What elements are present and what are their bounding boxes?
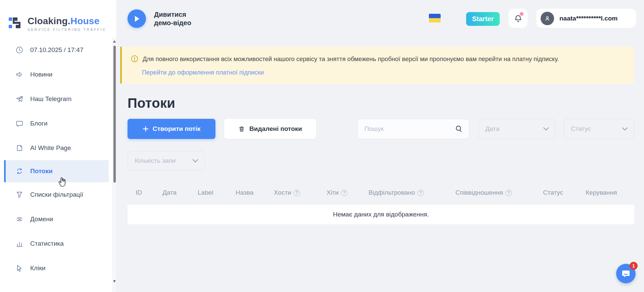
main-content: Дивитися демо-відео Starter naata*******… [116, 0, 644, 292]
telegram-icon [15, 95, 23, 103]
help-icon[interactable] [505, 190, 512, 196]
sidebar-item-blogs[interactable]: Блоги [0, 111, 116, 136]
chat-widget-button[interactable]: 1 [616, 264, 636, 283]
search-input[interactable] [358, 119, 469, 139]
brand-logo[interactable]: Cloaking.House SERVICE FILTERING TRAFFIC [0, 0, 116, 37]
cursor-icon [15, 264, 23, 272]
funnel-icon [15, 191, 23, 199]
topbar: Дивитися демо-відео Starter naata*******… [116, 0, 644, 38]
sidebar-item-label: Блоги [30, 120, 48, 127]
column-header-filtered: Відфільтровано [368, 189, 455, 196]
plus-icon [143, 126, 149, 132]
column-header-hits: Хіти [327, 189, 368, 196]
scroll-up-arrow[interactable] [113, 40, 116, 43]
column-header-date: Дата [162, 189, 198, 196]
chevron-down-icon [192, 159, 198, 163]
column-header-manage: Керування [586, 189, 634, 196]
sidebar-nav: 07.10.2025 / 17:47 Новини Наш Telegram Б… [0, 38, 116, 280]
sidebar-item-label: Статистика [30, 240, 64, 247]
app-window: Cloaking.House SERVICE FILTERING TRAFFIC… [0, 0, 644, 292]
date-filter-select[interactable]: Дата [478, 119, 555, 139]
play-icon [134, 15, 140, 22]
plan-badge[interactable]: Starter [466, 12, 500, 26]
help-icon[interactable] [341, 190, 347, 196]
person-icon [544, 15, 551, 22]
sidebar-item-label: Домени [30, 215, 53, 223]
sidebar-item-label: Кліки [30, 264, 45, 272]
sidebar-item-label: Потоки [30, 167, 53, 175]
sidebar-item-statistics[interactable]: Статистика [0, 231, 116, 256]
sidebar-scrollbar[interactable] [112, 38, 116, 292]
deleted-streams-button[interactable]: Видалені потоки [224, 119, 316, 139]
mouse-hand-cursor [57, 177, 67, 189]
create-stream-button[interactable]: Створити потік [128, 119, 215, 139]
help-icon[interactable] [417, 190, 424, 196]
clock-icon [15, 46, 23, 54]
column-header-ratio: Співвідношення [455, 189, 543, 196]
demo-video-label[interactable]: Дивитися демо-відео [154, 10, 191, 27]
brand-logo-icon [8, 15, 23, 32]
notification-dot [520, 12, 524, 16]
page-icon [15, 144, 23, 152]
bar-chart-icon [15, 240, 23, 248]
upgrade-subscription-link[interactable]: Перейти до оформлення платної підписки [142, 69, 264, 76]
table-empty-state: Немає даних для відображення. [128, 205, 634, 224]
column-header-name: Назва [236, 189, 274, 196]
megaphone-icon [15, 70, 23, 79]
sidebar-item-label: 07.10.2025 / 17:47 [30, 46, 83, 54]
help-icon[interactable] [294, 190, 300, 196]
sidebar-item-clicks[interactable]: Кліки [0, 256, 116, 280]
sidebar-item-datetime[interactable]: 07.10.2025 / 17:47 [0, 38, 116, 62]
search-icon[interactable] [455, 125, 463, 134]
status-filter-select[interactable]: Статус [564, 119, 634, 139]
banner-text: Для повного використання всіх можливосте… [143, 55, 559, 63]
streams-sync-icon [15, 167, 23, 175]
page-title: Потоки [128, 96, 644, 111]
domain-globe-icon [15, 215, 23, 223]
brand-tagline: SERVICE FILTERING TRAFFIC [28, 28, 106, 32]
sidebar-item-news[interactable]: Новини [0, 62, 116, 87]
column-header-status: Статус [543, 189, 586, 196]
streams-table-header: ID Дата Label Назва Хости Хіти Відфільтр… [128, 185, 634, 200]
demo-video-play-button[interactable] [128, 9, 146, 28]
chevron-down-icon [622, 127, 628, 131]
empty-state-message: Немає даних для відображення. [333, 211, 429, 218]
trash-icon [238, 126, 245, 133]
sidebar-item-telegram[interactable]: Наш Telegram [0, 87, 116, 111]
records-count-select[interactable]: Кількість запи [128, 151, 205, 171]
sidebar: Cloaking.House SERVICE FILTERING TRAFFIC… [0, 0, 116, 292]
chat-unread-badge: 1 [630, 262, 638, 270]
sidebar-item-label: Новини [30, 71, 52, 78]
sidebar-item-label: Списки фільтрації [30, 191, 83, 198]
trial-warning-banner: Для повного використання всіх можливосте… [120, 47, 634, 84]
user-email: naata**********l.com [559, 15, 617, 22]
scroll-down-arrow[interactable] [113, 280, 116, 283]
sidebar-item-label: AI White Page [30, 144, 71, 152]
user-avatar [541, 12, 554, 25]
chat-bubble-icon [15, 119, 23, 128]
chevron-down-icon [543, 127, 549, 131]
warning-icon [131, 55, 139, 63]
sidebar-item-ai-white-page[interactable]: AI White Page [0, 136, 116, 160]
sidebar-item-streams[interactable]: Потоки [4, 160, 109, 182]
column-header-id: ID [136, 189, 162, 196]
chat-widget-icon [621, 269, 631, 279]
brand-name: Cloaking.House [28, 16, 106, 27]
sidebar-item-label: Наш Telegram [30, 95, 71, 103]
language-flag-ukraine[interactable] [429, 14, 441, 22]
search-box [357, 119, 469, 139]
notifications-button[interactable] [508, 9, 528, 28]
sidebar-item-domains[interactable]: Домени [0, 207, 116, 231]
column-header-label: Label [198, 189, 236, 196]
user-account-button[interactable]: naata**********l.com [536, 9, 636, 28]
scrollbar-thumb[interactable] [113, 46, 116, 183]
controls-row: Створити потік Видалені потоки Дата Стат… [128, 119, 634, 139]
secondary-controls-row: Кількість запи [128, 151, 634, 171]
column-header-hosts: Хости [274, 189, 327, 196]
